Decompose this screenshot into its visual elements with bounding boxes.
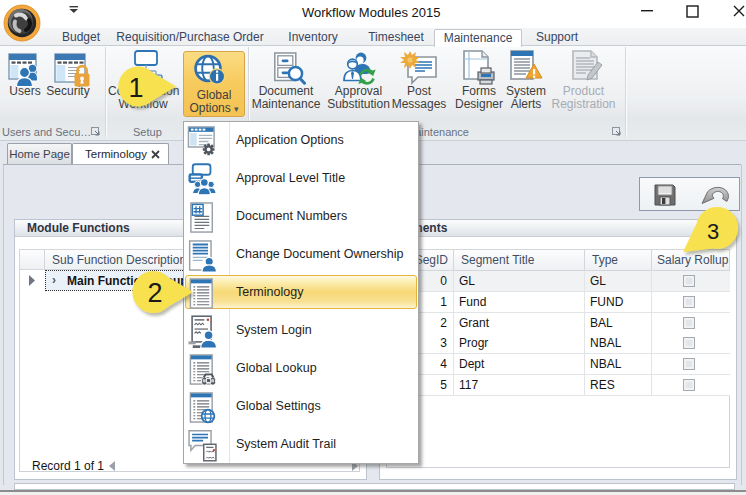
svg-text:1: 1 [128, 73, 143, 103]
svg-text:3: 3 [707, 219, 719, 244]
svg-text:2: 2 [147, 278, 162, 308]
